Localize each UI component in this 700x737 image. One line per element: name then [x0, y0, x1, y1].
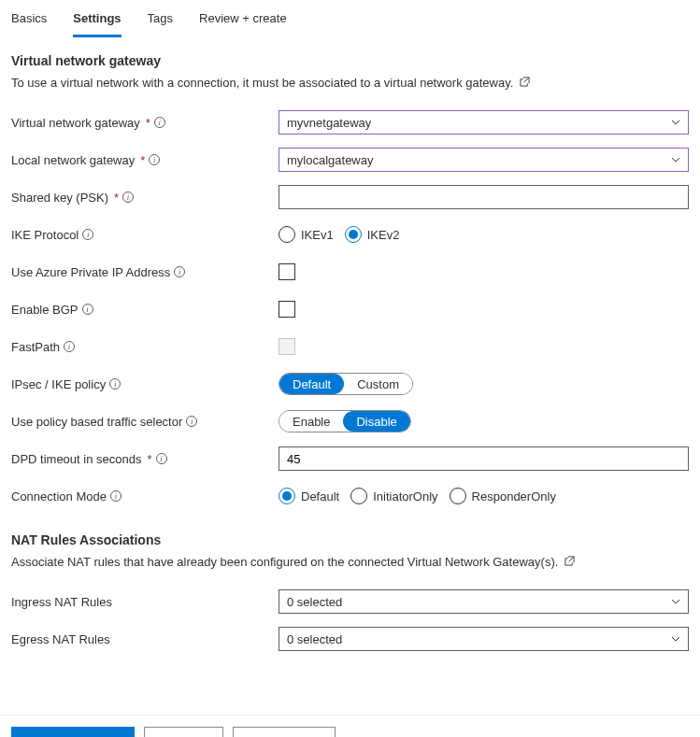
footer-bar: Review + create Previous Next : Tags > D… — [0, 715, 700, 737]
label-psk: Shared key (PSK) — [11, 191, 108, 205]
radio-mode-initiator-label: InitiatorOnly — [373, 489, 437, 503]
chevron-down-icon — [671, 634, 680, 644]
vng-heading: Virtual network gateway — [11, 53, 689, 68]
label-ike: IKE Protocol — [11, 228, 79, 242]
download-template-link[interactable]: Download a template for automation — [352, 734, 548, 738]
next-button[interactable]: Next : Tags > — [233, 727, 336, 737]
info-icon[interactable]: i — [109, 378, 121, 390]
vng-desc-text: To use a virtual network with a connecti… — [11, 76, 513, 90]
pill-selector-enable[interactable]: Enable — [279, 411, 343, 432]
required-asterisk: * — [140, 153, 145, 167]
vng-value: myvnetgateway — [287, 116, 371, 130]
label-vng: Virtual network gateway — [11, 116, 140, 130]
review-create-button[interactable]: Review + create — [11, 727, 135, 737]
egress-value: 0 selected — [287, 632, 342, 646]
label-fastpath: FastPath — [11, 340, 60, 354]
label-egress: Egress NAT Rules — [11, 632, 110, 646]
label-ipsec: IPsec / IKE policy — [11, 377, 106, 391]
checkbox-bgp[interactable] — [279, 301, 295, 318]
info-icon[interactable]: i — [174, 266, 185, 277]
dpd-input[interactable] — [279, 446, 689, 471]
info-icon[interactable]: i — [186, 416, 197, 427]
radio-mode-default-label: Default — [301, 489, 339, 503]
tab-bar: Basics Settings Tags Review + create — [0, 0, 700, 38]
vng-desc: To use a virtual network with a connecti… — [11, 76, 689, 90]
radio-mode-default[interactable]: Default — [279, 488, 339, 504]
ingress-dropdown[interactable]: 0 selected — [279, 589, 689, 614]
info-icon[interactable]: i — [82, 304, 93, 315]
radio-ikev2-label: IKEv2 — [367, 228, 400, 242]
nat-heading: NAT Rules Associations — [11, 532, 689, 547]
radio-ikev1-label: IKEv1 — [301, 228, 334, 242]
required-asterisk: * — [147, 452, 151, 466]
radio-ikev2[interactable]: IKEv2 — [345, 226, 400, 243]
info-icon[interactable]: i — [156, 453, 167, 464]
info-icon[interactable]: i — [149, 154, 160, 165]
label-lng: Local network gateway — [11, 153, 135, 167]
tab-basics[interactable]: Basics — [11, 6, 47, 37]
tab-tags[interactable]: Tags — [148, 6, 173, 37]
traffic-selector-toggle: Enable Disable — [279, 410, 411, 432]
checkbox-fastpath — [279, 338, 295, 355]
label-traffic-selector: Use policy based traffic selector — [11, 415, 182, 429]
radio-ikev1[interactable]: IKEv1 — [279, 226, 334, 243]
chevron-down-icon — [671, 597, 680, 606]
tab-settings[interactable]: Settings — [73, 6, 121, 37]
chevron-down-icon — [671, 155, 680, 164]
lng-dropdown[interactable]: mylocalgateway — [279, 148, 689, 172]
info-icon[interactable]: i — [122, 191, 134, 203]
external-link-icon[interactable] — [564, 555, 575, 565]
lng-value: mylocalgateway — [287, 153, 374, 167]
ingress-value: 0 selected — [287, 595, 342, 609]
chevron-down-icon — [671, 118, 680, 127]
previous-button[interactable]: Previous — [144, 727, 223, 737]
info-icon[interactable]: i — [64, 341, 75, 352]
nat-desc: Associate NAT rules that have already be… — [11, 555, 689, 569]
info-icon[interactable]: i — [154, 117, 165, 128]
radio-mode-initiator[interactable]: InitiatorOnly — [350, 488, 437, 504]
nat-desc-text: Associate NAT rules that have already be… — [11, 555, 558, 569]
external-link-icon[interactable] — [520, 76, 530, 86]
egress-dropdown[interactable]: 0 selected — [279, 627, 689, 651]
label-privateip: Use Azure Private IP Address — [11, 265, 170, 279]
pill-selector-disable[interactable]: Disable — [343, 411, 409, 432]
pill-ipsec-custom[interactable]: Custom — [344, 374, 412, 394]
label-ingress: Ingress NAT Rules — [11, 595, 112, 609]
info-icon[interactable]: i — [82, 229, 93, 240]
ipsec-toggle: Default Custom — [279, 373, 413, 395]
radio-mode-responder-label: ResponderOnly — [472, 489, 556, 503]
required-asterisk: * — [146, 116, 150, 130]
tab-review[interactable]: Review + create — [199, 6, 287, 37]
label-conn-mode: Connection Mode — [11, 489, 107, 503]
checkbox-privateip[interactable] — [279, 263, 295, 280]
radio-mode-responder[interactable]: ResponderOnly — [450, 488, 556, 504]
label-bgp: Enable BGP — [11, 303, 79, 317]
info-icon[interactable]: i — [110, 490, 121, 502]
label-dpd: DPD timeout in seconds — [11, 452, 141, 466]
psk-input[interactable] — [279, 185, 689, 209]
pill-ipsec-default[interactable]: Default — [279, 374, 344, 394]
vng-dropdown[interactable]: myvnetgateway — [279, 110, 689, 135]
required-asterisk: * — [114, 191, 119, 205]
